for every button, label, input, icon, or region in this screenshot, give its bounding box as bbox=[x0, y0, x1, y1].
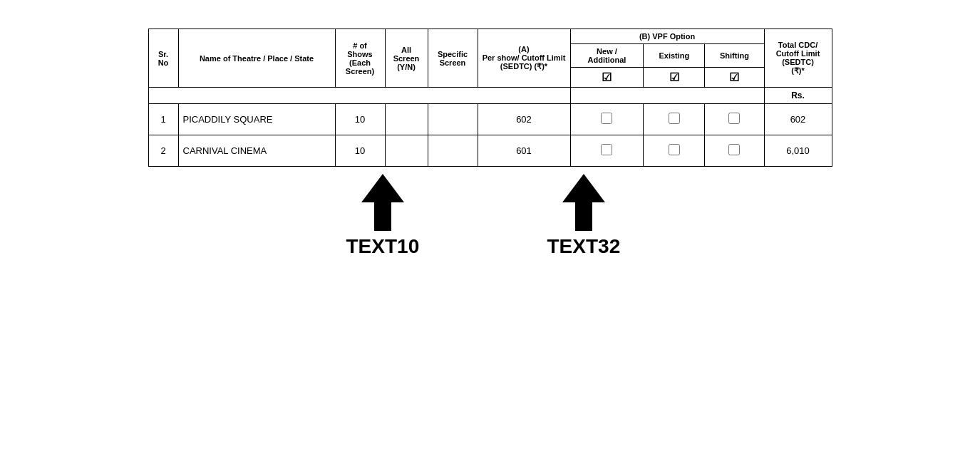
row2-per-show: 601 bbox=[478, 135, 570, 167]
row2-name: CARNIVAL CINEMA bbox=[178, 135, 335, 167]
table-wrapper: Sr. NoName of Theatre / Place / State# o… bbox=[148, 29, 832, 167]
row2-sr: 2 bbox=[148, 135, 178, 167]
arrow1-icon bbox=[361, 174, 404, 231]
page-container: Sr. NoName of Theatre / Place / State# o… bbox=[0, 0, 980, 309]
row1-new-add-checkbox[interactable] bbox=[601, 113, 612, 124]
row1-specific-screen bbox=[428, 104, 478, 135]
row2-all-screen bbox=[385, 135, 428, 167]
header-row-1: Sr. NoName of Theatre / Place / State# o… bbox=[148, 29, 832, 44]
row2-existing-checkbox[interactable] bbox=[669, 144, 680, 155]
header-row-rs: Rs. bbox=[148, 88, 832, 104]
row1-existing[interactable] bbox=[644, 104, 705, 135]
row1-total: 602 bbox=[764, 104, 832, 135]
row1-name: PICADDILY SQUARE bbox=[178, 104, 335, 135]
row2-new-add[interactable] bbox=[570, 135, 644, 167]
main-table: Sr. NoName of Theatre / Place / State# o… bbox=[148, 29, 832, 167]
row2-new-add-checkbox[interactable] bbox=[601, 144, 612, 155]
table-body: 1 PICADDILY SQUARE 10 602 602 2 CARNIVAL… bbox=[148, 104, 832, 167]
row2-existing[interactable] bbox=[644, 135, 705, 167]
svg-marker-0 bbox=[361, 174, 404, 231]
row2-shifting[interactable] bbox=[705, 135, 764, 167]
row1-shifting-checkbox[interactable] bbox=[728, 113, 740, 124]
row1-all-screen bbox=[385, 104, 428, 135]
row2-specific-screen bbox=[428, 135, 478, 167]
row2-shows: 10 bbox=[335, 135, 385, 167]
row1-existing-checkbox[interactable] bbox=[669, 113, 680, 124]
row1-per-show: 602 bbox=[478, 104, 570, 135]
annotation-2: TEXT32 bbox=[547, 174, 621, 258]
annotation2-label: TEXT32 bbox=[547, 235, 621, 258]
row1-shows: 10 bbox=[335, 104, 385, 135]
table-row: 2 CARNIVAL CINEMA 10 601 6,010 bbox=[148, 135, 832, 167]
annotation1-label: TEXT10 bbox=[346, 235, 420, 258]
row2-total: 6,010 bbox=[764, 135, 832, 167]
annotations-container: TEXT10 TEXT32 bbox=[148, 167, 832, 281]
table-row: 1 PICADDILY SQUARE 10 602 602 bbox=[148, 104, 832, 135]
annotation-1: TEXT10 bbox=[346, 174, 420, 258]
row1-shifting[interactable] bbox=[705, 104, 764, 135]
row1-new-add[interactable] bbox=[570, 104, 644, 135]
svg-marker-1 bbox=[562, 174, 605, 231]
arrow2-icon bbox=[562, 174, 605, 231]
row2-shifting-checkbox[interactable] bbox=[728, 144, 740, 155]
row1-sr: 1 bbox=[148, 104, 178, 135]
